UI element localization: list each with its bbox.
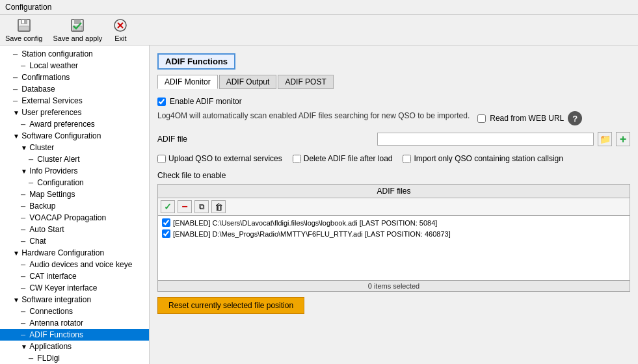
window-title: Configuration <box>5 3 51 12</box>
sidebar-item-cluster-alert[interactable]: ─ Cluster Alert <box>0 153 149 165</box>
remove-red-button[interactable]: − <box>178 200 192 213</box>
sidebar-item-software-integration[interactable]: ▼ Software integration <box>0 294 149 306</box>
save-apply-button[interactable]: Save and apply <box>53 18 102 42</box>
tab-adif-output[interactable]: ADIF Output <box>219 75 277 89</box>
sidebar-item-cluster[interactable]: ▼ Cluster <box>0 142 149 153</box>
items-selected-bar: 0 items selected <box>157 281 630 292</box>
svg-rect-2 <box>20 26 29 31</box>
expand-icon: ─ <box>21 285 27 292</box>
expand-icon: ▼ <box>21 343 27 350</box>
delete-adif-checkbox[interactable] <box>293 155 301 163</box>
options-row: Upload QSO to external services Delete A… <box>157 154 630 163</box>
tab-adif-post[interactable]: ADIF POST <box>278 75 333 89</box>
sidebar-item-cat-interface[interactable]: ─ CAT interface <box>0 270 149 282</box>
sidebar-item-local-weather[interactable]: ─ Local weather <box>0 60 149 72</box>
expand-icon: ─ <box>29 179 35 187</box>
files-toolbar: ✓ − ⧉ 🗑 <box>157 198 630 216</box>
file-entry-1: [ENABLED] C:\Users\DLavocat\fldigi.files… <box>159 217 628 228</box>
info-text: Log4OM will automatically scan enabled A… <box>157 111 470 120</box>
upload-qso-label: Upload QSO to external services <box>168 154 282 163</box>
adif-file-row: ADIF file 📁 + <box>157 132 630 146</box>
exit-button[interactable]: Exit <box>113 18 128 42</box>
adif-files-header: ADIF files <box>157 184 630 198</box>
sidebar-item-configuration[interactable]: ─ Configuration <box>0 177 149 188</box>
sidebar-item-award-preferences[interactable]: ─ Award preferences <box>0 118 149 130</box>
sidebar-item-station-config[interactable]: ─ Station configuration <box>0 48 149 60</box>
plus-icon: + <box>620 133 627 146</box>
expand-icon: ─ <box>21 62 27 70</box>
expand-icon: ─ <box>21 273 27 280</box>
sidebar-item-info-providers[interactable]: ▼ Info Providers <box>0 165 149 177</box>
info-row: Log4OM will automatically scan enabled A… <box>157 111 630 125</box>
expand-icon: ─ <box>13 86 20 93</box>
file-entry-2: [ENABLED] D:\Mes_Progs\Radio\MMTTY\F6FLU… <box>159 228 628 239</box>
sidebar-item-external-services[interactable]: ─ External Services <box>0 95 149 107</box>
sidebar-item-map-settings[interactable]: ─ Map Settings <box>0 188 149 200</box>
sidebar-item-adif-functions[interactable]: ─ ADIF Functions <box>0 329 149 341</box>
save-config-button[interactable]: Save config <box>5 18 42 42</box>
expand-icon: ─ <box>21 214 27 222</box>
file-entry-2-checkbox[interactable] <box>162 229 170 238</box>
title-bar: Configuration <box>0 0 638 15</box>
expand-icon: ▼ <box>13 296 20 304</box>
main-window: Configuration Save config <box>0 0 638 364</box>
sidebar-item-confirmations[interactable]: ─ Confirmations <box>0 72 149 83</box>
sidebar-item-voacap[interactable]: ─ VOACAP Propagation <box>0 212 149 224</box>
sidebar-item-audio-devices[interactable]: ─ Audio devices and voice keye <box>0 259 149 270</box>
delete-button[interactable]: 🗑 <box>211 200 226 213</box>
expand-icon: ─ <box>13 51 20 58</box>
sidebar-item-user-preferences[interactable]: ▼ User preferences <box>0 107 149 118</box>
sidebar-item-hardware-configuration[interactable]: ▼ Hardware Configuration <box>0 247 149 259</box>
toolbar: Save config Save and apply <box>0 15 638 46</box>
save-apply-icon <box>70 18 85 33</box>
expand-icon: ─ <box>29 355 35 362</box>
file-entry-2-text: [ENABLED] D:\Mes_Progs\Radio\MMTTY\F6FLU… <box>173 230 451 238</box>
expand-icon: ─ <box>21 238 27 245</box>
expand-icon: ▼ <box>21 144 27 151</box>
import-only-checkbox[interactable] <box>403 155 411 163</box>
sidebar-item-cw-keyer[interactable]: ─ CW Keyer interface <box>0 282 149 294</box>
add-file-button[interactable]: + <box>616 132 630 146</box>
browse-file-button[interactable]: 📁 <box>598 132 612 146</box>
sidebar-item-applications[interactable]: ▼ Applications <box>0 341 149 352</box>
svg-rect-3 <box>22 20 24 23</box>
adif-file-label: ADIF file <box>157 135 373 144</box>
enable-adif-monitor-label: Enable ADIF monitor <box>170 97 242 106</box>
expand-icon: ─ <box>13 98 20 105</box>
help-button[interactable]: ? <box>568 111 582 125</box>
import-only-option: Import only QSO containing station calls… <box>403 154 563 163</box>
delete-adif-label: Delete ADIF file after load <box>304 154 393 163</box>
sidebar-item-auto-start[interactable]: ─ Auto Start <box>0 224 149 235</box>
sidebar-item-database[interactable]: ─ Database <box>0 83 149 95</box>
adif-file-input[interactable] <box>377 133 594 146</box>
add-green-button[interactable]: ✓ <box>161 200 175 213</box>
sidebar-item-chat[interactable]: ─ Chat <box>0 235 149 247</box>
expand-icon: ─ <box>21 308 27 315</box>
reset-file-position-button[interactable]: Reset currently selected file position <box>157 297 304 314</box>
import-only-label: Import only QSO containing station calls… <box>414 154 563 163</box>
sidebar-item-connections[interactable]: ─ Connections <box>0 306 149 317</box>
expand-icon: ─ <box>21 226 27 233</box>
enable-adif-monitor-checkbox[interactable] <box>157 98 166 106</box>
save-config-icon <box>16 18 32 33</box>
expand-icon: ─ <box>13 74 20 81</box>
enable-monitor-row: Enable ADIF monitor <box>157 97 630 106</box>
save-apply-label: Save and apply <box>53 34 102 42</box>
copy-button[interactable]: ⧉ <box>194 200 209 213</box>
upload-qso-checkbox[interactable] <box>157 155 166 163</box>
file-entry-1-text: [ENABLED] C:\Users\DLavocat\fldigi.files… <box>173 219 437 227</box>
file-entry-1-checkbox[interactable] <box>162 218 170 227</box>
expand-icon: ─ <box>21 191 27 198</box>
expand-icon: ─ <box>21 261 27 268</box>
expand-icon: ─ <box>21 320 27 327</box>
sidebar-item-backup[interactable]: ─ Backup <box>0 200 149 212</box>
tab-adif-monitor[interactable]: ADIF Monitor <box>157 75 218 89</box>
expand-icon: ▼ <box>21 168 27 175</box>
sidebar-item-software-configuration[interactable]: ▼ Software Configuration <box>0 130 149 142</box>
read-from-url-checkbox[interactable] <box>477 114 486 123</box>
main-content: ─ Station configuration ─ Local weather … <box>0 46 638 364</box>
upload-qso-option: Upload QSO to external services <box>157 154 282 163</box>
sidebar-item-fldigi[interactable]: ─ FLDigi <box>0 352 149 364</box>
sidebar-item-antenna-rotator[interactable]: ─ Antenna rotator <box>0 317 149 329</box>
expand-icon: ─ <box>21 332 27 339</box>
